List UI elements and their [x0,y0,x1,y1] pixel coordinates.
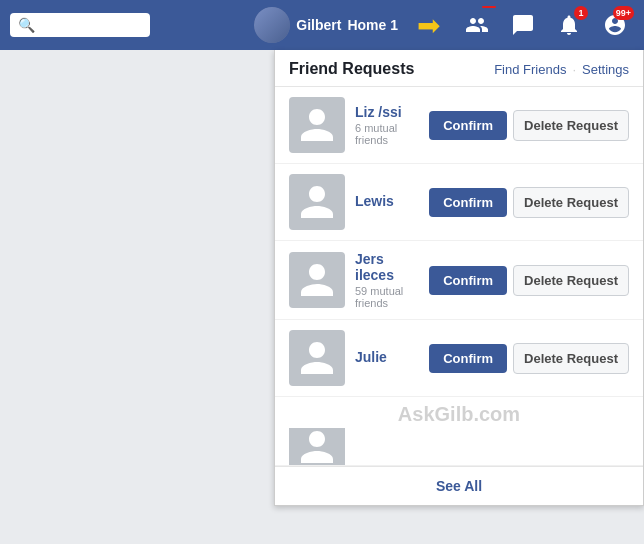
username-label[interactable]: Gilbert [296,17,341,33]
person-silhouette-icon [297,260,337,300]
person-silhouette-icon [297,182,337,222]
confirm-button-2[interactable]: Confirm [429,266,507,295]
delete-request-button-1[interactable]: Delete Request [513,187,629,218]
friend-requests-badge [482,6,496,8]
friend-requests-nav-icon[interactable] [458,6,496,44]
friend-name-2: Jers ileces [355,251,419,283]
see-all-row: See All [275,466,643,505]
friend-name-3: Julie [355,349,419,365]
notifications-nav-icon[interactable]: 1 [550,6,588,44]
friend-info-0: Liz /ssi 6 mutual friends [355,104,419,146]
friend-request-item: Julie Confirm Delete Request [275,320,643,397]
friend-name-0: Liz /ssi [355,104,419,120]
notifications-button[interactable]: 1 [550,6,588,44]
watermark: AskGilb.com [275,397,643,428]
home-link[interactable]: Home 1 [347,17,398,33]
messages-button[interactable] [504,6,542,44]
friend-request-item: Jers ileces 59 mutual friends Confirm De… [275,241,643,320]
nav-user: Gilbert Home 1 [254,7,398,43]
person-silhouette-icon [297,105,337,145]
confirm-button-1[interactable]: Confirm [429,188,507,217]
friend-request-item: Lewis Confirm Delete Request [275,164,643,241]
notifications-badge: 1 [574,6,588,20]
arrow-icon: ➡ [406,3,450,47]
avatar[interactable] [254,7,290,43]
friend-avatar-2 [289,252,345,308]
person-silhouette-icon [297,338,337,378]
partial-avatar [289,428,345,466]
confirm-button-0[interactable]: Confirm [429,111,507,140]
friend-requests-panel: Friend Requests Find Friends · Settings … [274,50,644,506]
friend-actions-0: Confirm Delete Request [429,110,629,141]
settings-link[interactable]: Settings [582,62,629,77]
find-friends-link[interactable]: Find Friends [494,62,566,77]
friends-icon [465,13,489,37]
messages-icon [511,13,535,37]
friend-avatar-3 [289,330,345,386]
separator: · [572,62,576,77]
navbar: 🔍 Gilbert Home 1 ➡ [0,0,644,50]
see-all-link[interactable]: See All [436,478,482,494]
friend-info-2: Jers ileces 59 mutual friends [355,251,419,309]
account-badge: 99+ [613,6,634,20]
delete-request-button-0[interactable]: Delete Request [513,110,629,141]
friend-name-1: Lewis [355,193,419,209]
delete-request-button-3[interactable]: Delete Request [513,343,629,374]
friend-request-item: Liz /ssi 6 mutual friends Confirm Delete… [275,87,643,164]
search-input[interactable] [39,18,139,33]
friend-info-3: Julie [355,349,419,367]
requests-list: Liz /ssi 6 mutual friends Confirm Delete… [275,87,643,397]
messages-nav-icon[interactable] [504,6,542,44]
friend-avatar-0 [289,97,345,153]
friend-actions-1: Confirm Delete Request [429,187,629,218]
search-icon: 🔍 [18,17,35,33]
friend-actions-2: Confirm Delete Request [429,265,629,296]
panel-title: Friend Requests [289,60,414,78]
friend-mutual-2: 59 mutual friends [355,285,419,309]
friend-requests-button[interactable] [458,6,496,44]
delete-request-button-2[interactable]: Delete Request [513,265,629,296]
panel-header: Friend Requests Find Friends · Settings [275,50,643,87]
partial-friend-item [275,428,643,466]
friend-info-1: Lewis [355,193,419,211]
confirm-button-3[interactable]: Confirm [429,344,507,373]
friend-mutual-0: 6 mutual friends [355,122,419,146]
account-nav-icon[interactable]: 99+ [596,6,634,44]
account-button[interactable]: 99+ [596,6,634,44]
search-box[interactable]: 🔍 [10,13,150,37]
person-silhouette-icon [297,428,337,466]
panel-header-links: Find Friends · Settings [494,62,629,77]
friend-avatar-1 [289,174,345,230]
friend-actions-3: Confirm Delete Request [429,343,629,374]
